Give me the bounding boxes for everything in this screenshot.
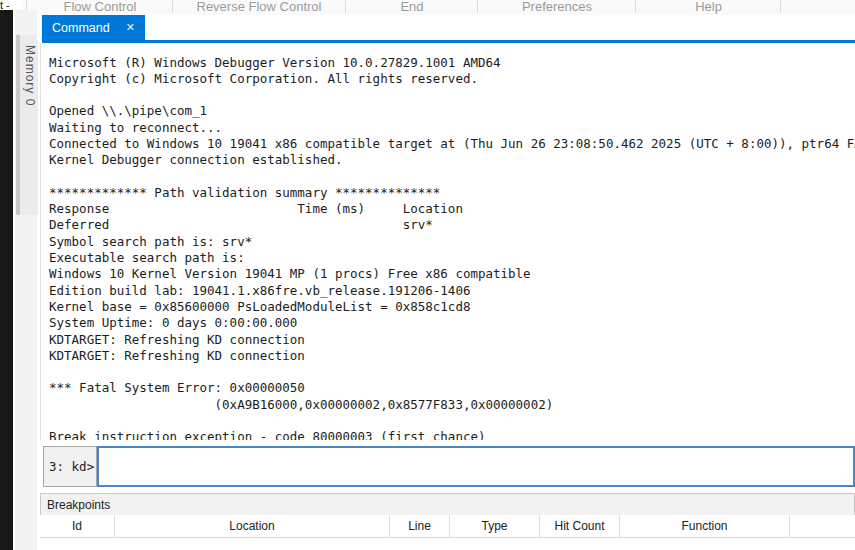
command-input[interactable] [97,446,855,487]
close-icon[interactable]: ✕ [126,22,135,33]
ribbon-separator [345,0,346,13]
breakpoints-column-hit-count[interactable]: Hit Count [540,515,620,537]
ribbon-separator [477,0,478,13]
breakpoints-column-location[interactable]: Location [115,515,390,537]
ribbon-group-flow-control[interactable]: Flow Control [28,0,172,15]
tab-command-label: Command [52,21,110,35]
ribbon-separator [780,0,781,13]
breakpoints-column-function[interactable]: Function [620,515,790,537]
breakpoints-header-row: Id Location Line Type Hit Count Function [40,515,855,538]
ribbon-group-preferences[interactable]: Preferences [479,0,635,15]
command-output-text: Microsoft (R) Windows Debugger Version 1… [41,43,855,440]
ribbon-bar: Flow Control Reverse Flow Control End Pr… [22,0,855,15]
breakpoints-column-id[interactable]: Id [40,515,115,537]
side-tab-memory-0[interactable]: Memory 0 [16,35,38,215]
command-output-pane[interactable]: Microsoft (R) Windows Debugger Version 1… [40,43,855,440]
ribbon-group-help[interactable]: Help [637,0,780,15]
tab-bar: Command ✕ [37,15,855,40]
background-window-fragment: t - [0,0,22,10]
tab-command[interactable]: Command ✕ [42,15,145,40]
ribbon-separator [172,0,173,13]
breakpoints-panel: Breakpoints Id Location Line Type Hit Co… [40,493,855,550]
windbg-window: t - Flow Control Reverse Flow Control En… [0,0,855,550]
docked-tab-strip: Memory 0 [13,10,37,550]
ribbon-group-end[interactable]: End [347,0,477,15]
ribbon-group-reverse-flow-control[interactable]: Reverse Flow Control [174,0,344,15]
background-window-edge [0,10,13,550]
breakpoints-column-type[interactable]: Type [450,515,540,537]
side-tab-label: Memory 0 [23,45,37,106]
breakpoints-panel-title[interactable]: Breakpoints [40,493,855,515]
kd-prompt: 3: kd> [43,446,97,487]
breakpoints-column-line[interactable]: Line [390,515,450,537]
breakpoints-header-filler [790,515,855,537]
ribbon-separator [635,0,636,13]
